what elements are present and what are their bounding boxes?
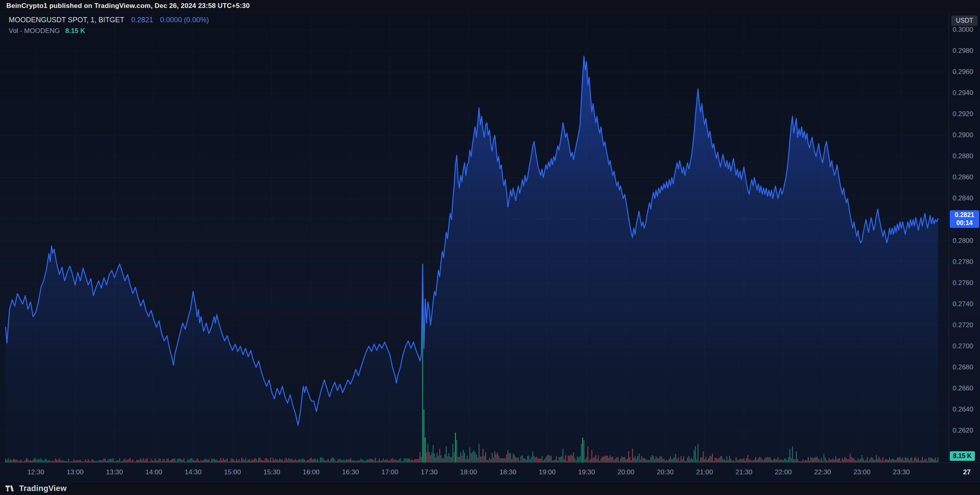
tradingview-wordmark[interactable]: TradingView bbox=[19, 484, 67, 493]
legend-last-price: 0.2821 bbox=[131, 16, 153, 24]
tradingview-published-chart: BeinCrypto1 published on TradingView.com… bbox=[0, 0, 980, 495]
time-axis-label: 16:30 bbox=[342, 468, 359, 476]
price-axis-label: 0.2860 bbox=[953, 173, 973, 181]
time-axis-label: 17:00 bbox=[382, 468, 399, 476]
chart-legend: MOODENGUSDT SPOT, 1, BITGET 0.2821 0.000… bbox=[9, 15, 209, 36]
time-axis-label: 27 bbox=[963, 468, 971, 476]
legend-volume-label[interactable]: Vol - MOODENG bbox=[9, 27, 60, 35]
price-axis-label: 0.2700 bbox=[953, 342, 973, 350]
time-axis-label: 13:30 bbox=[106, 468, 123, 476]
price-axis-label: 0.3000 bbox=[953, 26, 973, 34]
price-axis-label: 0.2640 bbox=[953, 406, 973, 413]
time-axis-label: 15:30 bbox=[263, 468, 281, 476]
price-badge-value: 0.2821 bbox=[950, 211, 979, 219]
time-axis-label: 23:00 bbox=[854, 468, 871, 476]
price-axis-label: 0.2740 bbox=[953, 300, 973, 308]
price-axis-label: 0.2720 bbox=[953, 321, 973, 329]
legend-symbol[interactable]: MOODENGUSDT SPOT, 1, BITGET bbox=[9, 16, 124, 24]
currency-button[interactable]: USDT bbox=[951, 16, 978, 26]
price-axis-label: 0.2920 bbox=[953, 110, 973, 118]
time-axis-label: 18:00 bbox=[460, 468, 477, 476]
price-axis-label: 0.2620 bbox=[953, 427, 973, 435]
price-axis-label: 0.2840 bbox=[953, 194, 973, 202]
legend-volume-row: Vol - MOODENG 8.15 K bbox=[9, 26, 209, 36]
price-axis-label: 0.2940 bbox=[953, 89, 973, 97]
volume-badge: 8.15 K bbox=[950, 451, 975, 461]
time-axis-label: 13:00 bbox=[67, 468, 84, 476]
time-axis-label: 18:30 bbox=[500, 468, 517, 476]
attribution-bar: BeinCrypto1 published on TradingView.com… bbox=[0, 0, 980, 12]
price-axis-label: 0.2960 bbox=[953, 68, 973, 76]
price-axis-label: 0.2680 bbox=[953, 363, 973, 371]
price-axis-label: 0.2760 bbox=[953, 279, 973, 287]
price-axis-label: 0.2980 bbox=[953, 47, 973, 55]
chart-area: MOODENGUSDT SPOT, 1, BITGET 0.2821 0.000… bbox=[0, 12, 980, 481]
time-axis-label: 22:30 bbox=[814, 468, 831, 476]
time-axis-label: 12:30 bbox=[27, 468, 45, 476]
attribution-text: BeinCrypto1 published on TradingView.com… bbox=[6, 2, 250, 10]
price-axis-label: 0.2900 bbox=[953, 131, 973, 139]
legend-change: 0.0000 (0.00%) bbox=[160, 16, 209, 24]
legend-volume-value: 8.15 K bbox=[65, 27, 85, 35]
price-axis-label: 0.2800 bbox=[953, 237, 973, 245]
price-axis[interactable]: USDT 0.2821 00:14 8.15 K 0.30000.29800.2… bbox=[949, 12, 980, 462]
time-axis-label: 15:00 bbox=[224, 468, 241, 476]
price-chart-pane[interactable] bbox=[0, 12, 949, 462]
time-axis-label: 19:30 bbox=[578, 468, 595, 476]
time-axis-label: 22:00 bbox=[775, 468, 792, 476]
price-badge-countdown: 00:14 bbox=[950, 219, 979, 227]
time-axis-label: 23:30 bbox=[893, 468, 910, 476]
time-axis-label: 20:00 bbox=[618, 468, 635, 476]
legend-symbol-row: MOODENGUSDT SPOT, 1, BITGET 0.2821 0.000… bbox=[9, 15, 209, 25]
time-axis-label: 16:00 bbox=[303, 468, 320, 476]
last-price-badge: 0.2821 00:14 bbox=[950, 210, 979, 228]
time-axis-label: 14:00 bbox=[145, 468, 163, 476]
time-axis-label: 21:30 bbox=[736, 468, 753, 476]
footer-bar: TradingView bbox=[0, 481, 980, 495]
price-axis-label: 0.2780 bbox=[953, 258, 973, 266]
time-axis[interactable]: 12:3013:0013:3014:0014:3015:0015:3016:00… bbox=[0, 462, 980, 482]
price-axis-label: 0.2660 bbox=[953, 384, 973, 392]
price-axis-label: 0.2880 bbox=[953, 152, 973, 160]
time-axis-label: 14:30 bbox=[185, 468, 202, 476]
time-axis-label: 21:00 bbox=[696, 468, 713, 476]
time-axis-label: 19:00 bbox=[539, 468, 556, 476]
time-axis-label: 17:30 bbox=[421, 468, 438, 476]
tradingview-logo-icon bbox=[6, 485, 15, 491]
time-axis-label: 20:30 bbox=[657, 468, 674, 476]
